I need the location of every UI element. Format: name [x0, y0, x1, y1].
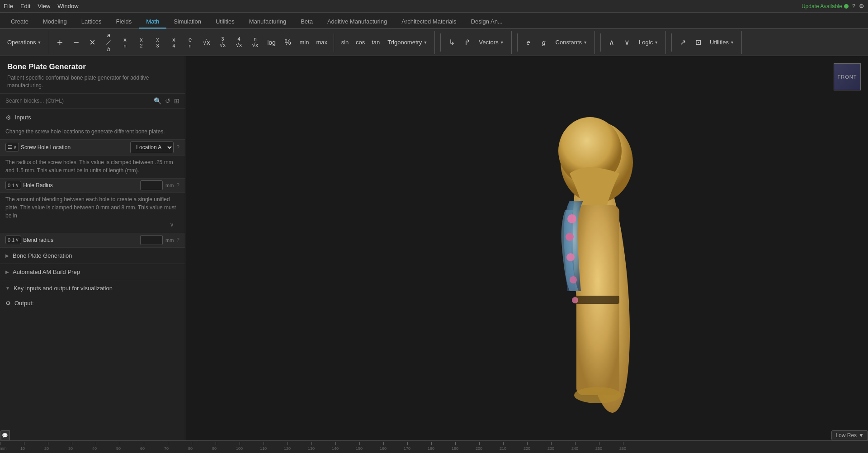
hole-radius-label: Hole Radius: [23, 182, 137, 189]
logic-or-button[interactable]: ∨: [620, 31, 634, 54]
operations-group: Operations ▼: [4, 31, 49, 54]
tab-math[interactable]: Math: [139, 15, 166, 28]
screw-hole-dropdown-row: Location ALocation BLocation C ?: [130, 142, 179, 153]
cbrt-button[interactable]: 3√x: [216, 31, 230, 54]
util2-button[interactable]: ⊡: [691, 31, 705, 54]
inputs-section-header[interactable]: ⚙ Inputs: [0, 110, 185, 125]
view-cube[interactable]: FRONT: [834, 63, 861, 90]
search-input[interactable]: [5, 98, 150, 104]
help-icon[interactable]: ?: [852, 3, 855, 9]
power4-button[interactable]: x4: [167, 31, 181, 54]
constants-group: e g Constants ▼: [521, 31, 595, 54]
menu-view[interactable]: View: [38, 3, 50, 9]
power-n-button[interactable]: xn: [118, 31, 132, 54]
sep4: [600, 33, 601, 52]
exp-button[interactable]: en: [183, 31, 198, 54]
bone-plate-section[interactable]: ▶ Bone Plate Generation: [0, 247, 185, 264]
cube-button[interactable]: x3: [151, 31, 165, 54]
ruler-label-10: 100: [236, 446, 243, 451]
utilities-label: Utilities: [710, 39, 729, 46]
tab-modeling[interactable]: Modeling: [36, 15, 74, 28]
hole-radius-help-btn[interactable]: ?: [176, 182, 179, 189]
cos-button[interactable]: cos: [353, 31, 368, 54]
const-g-button[interactable]: g: [537, 31, 551, 54]
add-button[interactable]: +: [53, 31, 67, 54]
tab-lattices[interactable]: Lattices: [74, 15, 109, 28]
ruler-tick: [551, 442, 552, 445]
ruler-label-0: 0 mm: [0, 446, 7, 451]
ruler-tick: [575, 442, 576, 445]
hole-radius-input[interactable]: 1: [140, 180, 163, 190]
constants-dropdown[interactable]: Constants ▼: [552, 31, 591, 54]
svg-point-7: [566, 233, 574, 241]
hole-radius-step-control[interactable]: 0.1 ∨: [5, 181, 21, 189]
blend-radius-input[interactable]: 6: [140, 235, 163, 245]
key-inputs-section[interactable]: ▼ Key inputs and output for visualizatio…: [0, 280, 185, 296]
bookmark-icon[interactable]: ⊞: [174, 97, 179, 104]
sin-button[interactable]: sin: [338, 31, 352, 54]
topbar: File Edit View Window Update Available ?…: [0, 0, 868, 13]
nrt-button[interactable]: n√x: [248, 31, 263, 54]
tan-button[interactable]: tan: [368, 31, 383, 54]
update-dot-icon: [844, 4, 849, 9]
history-icon[interactable]: ↺: [165, 97, 170, 104]
screw-hole-select[interactable]: Location ALocation BLocation C: [130, 142, 174, 153]
percent-button[interactable]: %: [281, 31, 295, 54]
utilities-caret-icon: ▼: [730, 40, 734, 45]
ruler-label-23: 230: [547, 446, 554, 451]
menu-edit[interactable]: Edit: [20, 3, 30, 9]
tab-simulation[interactable]: Simulation: [166, 15, 208, 28]
tab-manufacturing[interactable]: Manufacturing: [242, 15, 293, 28]
topbar-right: Update Available ? ⚙: [802, 3, 864, 9]
logic-dropdown[interactable]: Logic ▼: [635, 31, 662, 54]
fraction-button[interactable]: a⁄b: [102, 31, 116, 54]
screw-hole-step-control[interactable]: ☰ ∨: [5, 143, 19, 151]
log-button[interactable]: log: [264, 31, 279, 54]
blend-radius-help-btn[interactable]: ?: [176, 237, 179, 243]
utilities-dropdown[interactable]: Utilities ▼: [706, 31, 738, 54]
min-button[interactable]: min: [297, 31, 312, 54]
blend-radius-row: 0.1 ∨ Blend radius 6 mm ?: [0, 233, 185, 247]
key-inputs-arrow-icon: ▼: [5, 286, 10, 291]
tab-utilities[interactable]: Utilities: [208, 15, 242, 28]
ruler-label-15: 150: [356, 446, 363, 451]
screw-hole-help-btn[interactable]: ?: [176, 144, 179, 151]
automated-am-section[interactable]: ▶ Automated AM Build Prep: [0, 264, 185, 280]
ruler-tick: [623, 442, 623, 445]
const-e-button[interactable]: e: [521, 31, 536, 54]
logic-and-button[interactable]: ∧: [604, 31, 619, 54]
settings-icon[interactable]: ⚙: [859, 3, 864, 9]
blend-radius-step-control[interactable]: 0.1 ∨: [5, 236, 21, 244]
subtract-button[interactable]: −: [69, 31, 84, 54]
menu-bar: File Edit View Window: [4, 3, 79, 9]
ribbon-tabs: Create Modeling Lattices Fields Math Sim…: [0, 13, 868, 29]
tab-fields[interactable]: Fields: [109, 15, 139, 28]
4rt-button[interactable]: 4√x: [232, 31, 246, 54]
vector1-button[interactable]: ↳: [444, 31, 459, 54]
operations-dropdown[interactable]: Operations ▼: [4, 31, 45, 54]
bone-plate-label: Bone Plate Generation: [13, 252, 72, 259]
ruler-label-21: 210: [500, 446, 506, 451]
vectors-dropdown[interactable]: Vectors ▼: [475, 31, 507, 54]
vector2-button[interactable]: ↱: [460, 31, 474, 54]
square-button[interactable]: x2: [134, 31, 149, 54]
menu-file[interactable]: File: [4, 3, 13, 9]
trig-dropdown[interactable]: Trigonometry ▼: [384, 31, 431, 54]
low-res-badge[interactable]: Low Res ▼: [831, 430, 868, 440]
util1-button[interactable]: ↗: [675, 31, 690, 54]
sqrt-button[interactable]: √x: [199, 31, 214, 54]
tab-additive-manufacturing[interactable]: Additive Manufacturing: [320, 15, 394, 28]
search-icon[interactable]: 🔍: [154, 97, 161, 104]
comment-icon[interactable]: 💬: [0, 430, 10, 440]
max-button[interactable]: max: [313, 31, 330, 54]
ruler-tick: [96, 442, 96, 445]
multiply-button[interactable]: ×: [85, 31, 100, 54]
tab-design-an[interactable]: Design An...: [464, 15, 510, 28]
menu-window[interactable]: Window: [57, 3, 78, 9]
tab-architected-materials[interactable]: Architected Materials: [394, 15, 463, 28]
screw-hole-label-group: ☰ ∨ Screw Hole Location: [5, 143, 127, 151]
ruler-tick: [48, 442, 48, 445]
tab-create[interactable]: Create: [4, 15, 36, 28]
update-badge[interactable]: Update Available: [802, 3, 849, 9]
tab-beta[interactable]: Beta: [293, 15, 320, 28]
